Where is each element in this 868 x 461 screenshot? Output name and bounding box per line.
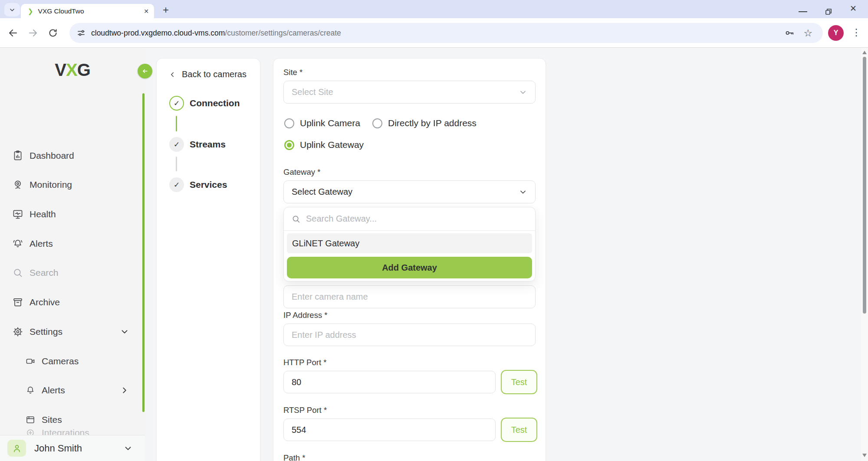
step-connection-indicator[interactable]: ✓ bbox=[169, 96, 184, 111]
password-key-icon[interactable] bbox=[784, 28, 795, 38]
user-menu[interactable]: John Smith bbox=[0, 435, 145, 461]
close-window-button[interactable]: ✕ bbox=[850, 3, 857, 13]
sidebar-item-label: Alerts bbox=[30, 239, 53, 249]
radio-uplink-gateway[interactable]: Uplink Gateway bbox=[284, 140, 364, 150]
archive-box-icon bbox=[12, 297, 23, 308]
ip-address-label: IP Address * bbox=[283, 311, 327, 320]
close-tab-icon[interactable]: ✕ bbox=[144, 8, 149, 15]
gateway-option-glinet[interactable]: GLiNET Gateway bbox=[287, 233, 532, 253]
scrollbar-down-arrow[interactable] bbox=[862, 454, 867, 457]
chevron-down-icon bbox=[519, 88, 527, 97]
address-bar[interactable]: cloudtwo-prod.vxgdemo.cloud-vms.com/cust… bbox=[69, 23, 823, 43]
video-camera-icon bbox=[25, 356, 36, 366]
minimize-window-button[interactable] bbox=[799, 11, 807, 12]
sidebar-item-alerts-settings[interactable]: Alerts bbox=[0, 378, 145, 402]
gateway-search-row[interactable] bbox=[284, 207, 535, 231]
http-port-input[interactable] bbox=[283, 371, 496, 393]
sidebar-collapse-button[interactable] bbox=[138, 64, 152, 78]
user-avatar bbox=[7, 440, 26, 457]
browser-tab[interactable]: ❯ VXG CloudTwo ✕ bbox=[21, 4, 154, 18]
gateway-select-value: Select Gateway bbox=[292, 187, 519, 197]
rtsp-port-input[interactable] bbox=[283, 418, 496, 441]
dashboard-icon bbox=[12, 150, 23, 161]
step-streams-indicator[interactable]: ✓ bbox=[169, 137, 184, 152]
step-connection-label[interactable]: Connection bbox=[190, 98, 240, 108]
search-icon bbox=[12, 267, 23, 278]
back-to-cameras-link[interactable]: Back to cameras bbox=[168, 69, 247, 79]
site-select-placeholder: Select Site bbox=[292, 87, 519, 97]
browser-menu-icon[interactable]: ⋮ bbox=[852, 27, 860, 38]
scrollbar-thumb[interactable] bbox=[863, 57, 866, 314]
screen: ❯ VXG CloudTwo ✕ + ✕ cloudtwo-prod.vxgde… bbox=[0, 0, 868, 461]
radio-label: Directly by IP address bbox=[388, 118, 477, 128]
rtsp-port-label: RTSP Port * bbox=[283, 405, 327, 415]
radio-circle[interactable] bbox=[372, 118, 382, 128]
check-icon: ✓ bbox=[174, 99, 180, 108]
logo-letter-g: G bbox=[77, 60, 90, 79]
add-gateway-button[interactable]: Add Gateway bbox=[287, 257, 532, 278]
tab-title: VXG CloudTwo bbox=[38, 7, 144, 15]
sidebar-item-label: Archive bbox=[30, 297, 60, 307]
http-port-label: HTTP Port * bbox=[283, 358, 326, 367]
http-port-test-button[interactable]: Test bbox=[501, 370, 537, 394]
sidebar-item-label: Settings bbox=[30, 327, 62, 337]
sidebar-item-label: Cameras bbox=[42, 356, 79, 366]
restore-window-button[interactable] bbox=[825, 8, 832, 16]
sidebar-item-alerts[interactable]: Alerts bbox=[0, 232, 145, 256]
radio-circle[interactable] bbox=[284, 118, 294, 128]
new-tab-button[interactable]: + bbox=[159, 3, 172, 16]
back-icon[interactable] bbox=[8, 28, 18, 38]
gateway-search-input[interactable] bbox=[306, 214, 529, 224]
health-monitor-icon bbox=[12, 209, 23, 220]
gateway-select[interactable]: Select Gateway bbox=[283, 180, 536, 203]
camera-name-input[interactable] bbox=[283, 285, 536, 308]
site-settings-icon[interactable] bbox=[77, 29, 85, 37]
check-icon: ✓ bbox=[174, 180, 180, 190]
radio-directly-by-ip[interactable]: Directly by IP address bbox=[372, 118, 477, 128]
chevron-down-icon bbox=[519, 188, 527, 196]
vxg-logo: VXG bbox=[43, 60, 102, 80]
ip-address-input[interactable] bbox=[283, 324, 536, 346]
url-text[interactable]: cloudtwo-prod.vxgdemo.cloud-vms.com/cust… bbox=[91, 29, 341, 38]
scrollbar-up-arrow[interactable] bbox=[862, 51, 867, 54]
gear-icon bbox=[12, 326, 23, 337]
sidebar-item-search[interactable]: Search bbox=[0, 261, 145, 285]
bell-ringing-icon bbox=[12, 238, 23, 249]
sidebar-item-label: Alerts bbox=[42, 385, 65, 396]
site-select[interactable]: Select Site bbox=[283, 81, 536, 104]
path-label: Path * bbox=[283, 453, 305, 461]
rtsp-port-test-button[interactable]: Test bbox=[501, 418, 537, 442]
sidebar-item-dashboard[interactable]: Dashboard bbox=[0, 144, 145, 168]
gateway-dropdown: GLiNET Gateway Add Gateway bbox=[283, 207, 536, 281]
user-name: John Smith bbox=[34, 443, 123, 454]
sidebar-item-settings[interactable]: Settings bbox=[0, 320, 145, 344]
radio-label: Uplink Gateway bbox=[300, 140, 364, 150]
check-icon: ✓ bbox=[174, 140, 180, 149]
sidebar-item-archive[interactable]: Archive bbox=[0, 290, 145, 314]
step-services-indicator[interactable]: ✓ bbox=[169, 177, 184, 192]
site-label: Site * bbox=[283, 68, 302, 77]
reload-icon[interactable] bbox=[48, 28, 58, 38]
sidebar-item-health[interactable]: Health bbox=[0, 202, 145, 226]
radio-uplink-camera[interactable]: Uplink Camera bbox=[284, 118, 360, 128]
search-icon bbox=[291, 214, 301, 224]
stepper-panel bbox=[156, 58, 260, 461]
forward-icon[interactable] bbox=[28, 28, 38, 38]
sidebar-item-label: Monitoring bbox=[30, 180, 72, 190]
sidebar-item-label: Search bbox=[30, 268, 59, 278]
step-connector bbox=[176, 157, 177, 171]
logo-letter-v: V bbox=[55, 60, 66, 79]
step-streams-label[interactable]: Streams bbox=[190, 139, 226, 150]
bookmark-star-icon[interactable]: ☆ bbox=[803, 28, 812, 38]
step-services-label[interactable]: Services bbox=[190, 180, 227, 190]
radio-circle-selected[interactable] bbox=[284, 140, 294, 150]
back-label: Back to cameras bbox=[182, 69, 247, 79]
chevron-right-icon bbox=[120, 386, 129, 395]
tab-search-button[interactable] bbox=[4, 3, 20, 16]
radio-label: Uplink Camera bbox=[300, 118, 360, 128]
browser-profile-avatar[interactable]: Y bbox=[828, 25, 844, 41]
sidebar-item-label: Health bbox=[30, 209, 56, 219]
logo-letter-x: X bbox=[66, 60, 77, 79]
sidebar-item-cameras[interactable]: Cameras bbox=[0, 349, 145, 373]
sidebar-item-monitoring[interactable]: Monitoring bbox=[0, 173, 145, 197]
